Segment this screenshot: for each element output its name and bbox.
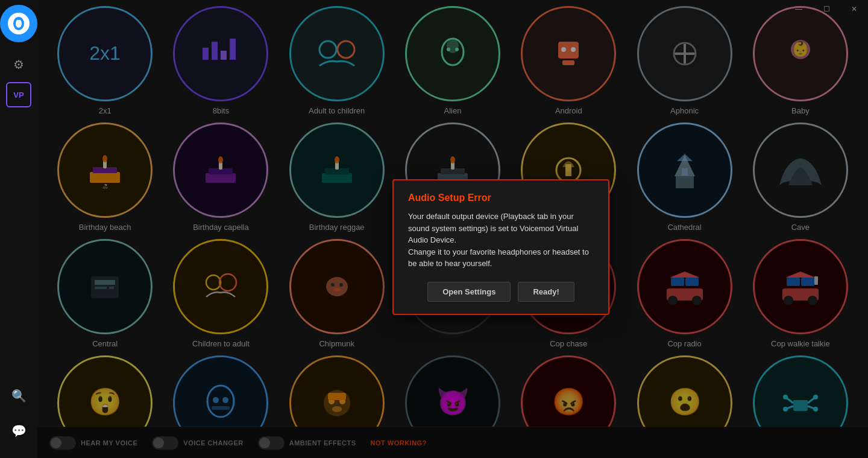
minimize-button[interactable]: — — [785, 0, 813, 18]
main-content: — ☐ ✕ 2x1 2x1 — [37, 0, 868, 458]
modal-title: Audio Setup Error — [408, 192, 594, 203]
sidebar-item-settings[interactable]: ⚙ — [6, 52, 31, 77]
svg-rect-2 — [17, 19, 20, 20]
app-logo[interactable] — [0, 5, 37, 42]
modal-body-text: Your default output device (Playback tab… — [408, 212, 589, 268]
sidebar-item-search[interactable]: 🔍 — [6, 383, 31, 409]
chat-icon: 💬 — [11, 424, 27, 438]
audio-setup-error-modal: Audio Setup Error Your default output de… — [392, 179, 609, 315]
vp-icon: VP — [13, 91, 24, 100]
close-button[interactable]: ✕ — [840, 0, 868, 18]
modal-body: Your default output device (Playback tab… — [408, 211, 594, 270]
window-controls: — ☐ ✕ — [785, 0, 868, 18]
modal-overlay: Audio Setup Error Your default output de… — [37, 0, 868, 458]
open-settings-button[interactable]: Open Settings — [427, 282, 511, 302]
svg-point-1 — [16, 19, 22, 28]
logo-icon — [12, 17, 25, 30]
restore-button[interactable]: ☐ — [813, 0, 840, 18]
sidebar-item-vp[interactable]: VP — [6, 82, 31, 107]
search-icon: 🔍 — [11, 389, 27, 403]
gear-icon: ⚙ — [13, 57, 24, 72]
sidebar: ⚙ VP 🔍 💬 — [0, 0, 37, 458]
sidebar-item-chat[interactable]: 💬 — [6, 418, 31, 444]
modal-buttons: Open Settings Ready! — [408, 282, 594, 302]
ready-button[interactable]: Ready! — [518, 282, 574, 302]
